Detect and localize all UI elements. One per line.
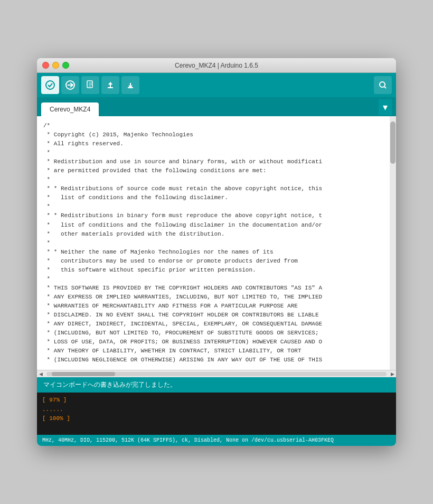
tab-cerevo-mkz4[interactable]: Cerevo_MKZ4 <box>41 102 99 116</box>
search-icon <box>379 81 387 89</box>
tab-dropdown-button[interactable]: ▾ <box>379 99 392 115</box>
console-line-1: [ 97% ] <box>42 396 391 405</box>
console-line-2: ...... <box>42 405 391 415</box>
scrollbar-thumb[interactable] <box>390 122 396 164</box>
console-body: [ 97% ] ...... [ 100% ] <box>37 393 396 435</box>
statusbar: MHz, 40MHz, DIO, 115200, 512K (64K SPIFF… <box>37 435 396 446</box>
scroll-right-button[interactable]: ▶ <box>389 370 396 378</box>
check-icon <box>45 80 55 90</box>
new-file-icon <box>86 80 95 90</box>
horizontal-scrollbar-area: ◀ ▶ <box>37 370 396 377</box>
console-line-3: [ 100% ] <box>42 414 391 424</box>
new-button[interactable] <box>81 76 99 94</box>
code-editor[interactable]: /* * Copyright (c) 2015, Majenko Technol… <box>37 116 390 370</box>
svg-point-0 <box>46 81 54 89</box>
open-button[interactable] <box>101 76 119 94</box>
minimize-button[interactable] <box>52 62 59 69</box>
status-text: MHz, 40MHz, DIO, 115200, 512K (64K SPIFF… <box>42 437 334 443</box>
tab-bar: Cerevo_MKZ4 ▾ <box>37 97 396 116</box>
window-title: Cerevo_MKZ4 | Arduino 1.6.5 <box>175 62 258 69</box>
upload-button[interactable] <box>61 76 79 94</box>
open-icon <box>106 80 115 90</box>
vertical-scrollbar[interactable] <box>390 116 396 370</box>
maximize-button[interactable] <box>62 62 69 69</box>
scroll-left-button[interactable]: ◀ <box>37 370 44 378</box>
verify-button[interactable] <box>41 76 59 94</box>
close-button[interactable] <box>42 62 49 69</box>
horizontal-scrollbar-thumb[interactable] <box>52 372 115 376</box>
toolbar <box>37 73 396 97</box>
horizontal-scrollbar-track[interactable] <box>46 372 387 376</box>
search-button[interactable] <box>374 76 392 94</box>
console-header: マイコンボードへの書き込みが完了しました。 <box>37 377 396 393</box>
titlebar: Cerevo_MKZ4 | Arduino 1.6.5 <box>37 58 396 73</box>
editor-area: /* * Copyright (c) 2015, Majenko Technol… <box>37 116 396 370</box>
console-message: マイコンボードへの書き込みが完了しました。 <box>43 381 176 388</box>
save-icon <box>126 80 135 90</box>
upload-icon <box>65 80 75 90</box>
save-button[interactable] <box>121 76 139 94</box>
arduino-window: Cerevo_MKZ4 | Arduino 1.6.5 <box>37 58 396 446</box>
window-controls <box>42 62 69 69</box>
svg-point-11 <box>380 82 385 87</box>
svg-line-12 <box>384 87 386 88</box>
